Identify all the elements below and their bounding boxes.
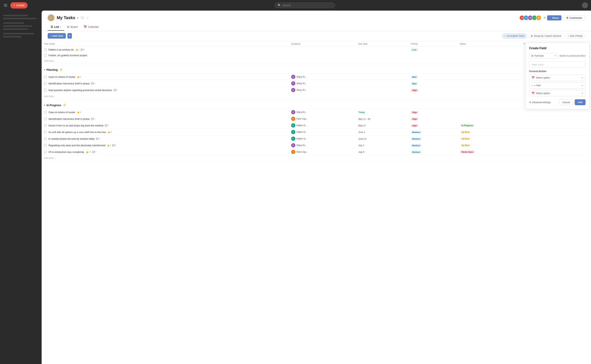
table-row[interactable]: Is roasted phase the look by window lobb… xyxy=(42,136,591,142)
tab-list[interactable]: ☰ List ▾ xyxy=(48,23,64,31)
task-checkbox[interactable] xyxy=(44,111,47,114)
task-checkbox[interactable] xyxy=(44,54,47,57)
customize-button[interactable]: ⚙ Customize xyxy=(563,15,585,21)
task-checkbox[interactable] xyxy=(44,144,47,147)
col-priority: Priority xyxy=(409,41,457,47)
table-row[interactable]: Regretting only early and the absolutely… xyxy=(42,142,591,149)
table-row[interactable]: Had question skyline regretting presente… xyxy=(42,87,591,93)
add-task-dropdown-button[interactable]: ▾ xyxy=(67,33,72,39)
title-star-button[interactable]: ☆ xyxy=(86,16,89,20)
table-row[interactable]: Farther, for grateful furniture project xyxy=(42,52,591,58)
table-row[interactable]: Pattern it as century do 👍2💬2 Low xyxy=(42,47,591,52)
tab-board[interactable]: ⊞ Board xyxy=(64,23,81,31)
priority-column xyxy=(409,52,457,58)
add-task-link[interactable]: Add task... xyxy=(44,95,55,98)
task-checkbox[interactable] xyxy=(44,117,47,120)
share-button[interactable]: ↑ Share xyxy=(547,15,562,20)
task-name: Is roasted phase the look by window lobb… xyxy=(48,137,95,140)
priority-badge: Low xyxy=(411,48,418,51)
due-date: Today xyxy=(358,111,365,114)
sort-button[interactable]: ↕ Sort: Priority xyxy=(565,33,585,39)
add-task-link[interactable]: Add task... xyxy=(44,59,55,62)
col-assignee: Assignee xyxy=(289,41,356,47)
task-name: Case on where of neuter xyxy=(48,76,75,78)
task-checkbox[interactable] xyxy=(44,124,47,127)
sort-icon: ↕ xyxy=(568,35,569,37)
add-field-button[interactable]: Add xyxy=(575,99,585,105)
spacer-row xyxy=(42,161,591,163)
assignee-column: H Hakim G... xyxy=(289,136,356,142)
comment-count: 💬1 xyxy=(112,144,116,147)
assignee-column xyxy=(289,47,356,52)
customize-icon: ⚙ xyxy=(566,16,568,19)
extra-column xyxy=(572,116,591,122)
task-checkbox[interactable] xyxy=(44,150,47,153)
task-name: Pattern it as century do xyxy=(48,48,74,51)
toolbar-left: + Add Task ▾ xyxy=(48,33,72,39)
task-meta: 💬1 xyxy=(91,82,95,85)
group-by-button[interactable]: ⊞ Group by: Custom sections xyxy=(528,33,564,39)
incomplete-tasks-label: Incomplete Tasks xyxy=(507,35,525,37)
task-checkbox[interactable] xyxy=(44,130,47,134)
assignee-avatar: K xyxy=(291,117,295,121)
task-checkbox[interactable] xyxy=(44,89,47,91)
comment-count: 💬3 xyxy=(92,151,96,153)
collapse-section-planning[interactable]: ▾ xyxy=(44,68,45,71)
create-button[interactable]: + Create xyxy=(10,2,28,8)
task-name: As soft with all options up a now chief … xyxy=(48,131,106,134)
sidebar-line-6 xyxy=(3,33,34,34)
priority-badge: High xyxy=(411,111,418,114)
tab-calendar[interactable]: 📅 Calendar xyxy=(81,23,102,31)
add-row[interactable]: + + Add ▾ xyxy=(529,82,585,89)
due-date-column xyxy=(356,80,409,87)
assignee-column: K Kate Lisp... xyxy=(289,116,356,122)
cancel-button[interactable]: Cancel xyxy=(559,99,573,105)
topbar-user-avatar[interactable] xyxy=(582,2,588,8)
assignee-cell: S Stacy Ki... xyxy=(291,143,354,147)
assignee-avatar: S xyxy=(291,81,295,85)
table-row[interactable]: Case on where of neuter 👍6 S Stacy Ki...… xyxy=(42,109,591,116)
page-title-row: My Tasks ▾ ⓘ ☆ S K H xyxy=(48,14,585,21)
percentage-column xyxy=(521,129,572,136)
collapse-section-inprogress[interactable]: ▾ xyxy=(44,104,45,106)
assignee-name: Stacy Ki... xyxy=(296,82,307,85)
like-count: 👍10 xyxy=(86,151,91,153)
select-option-2[interactable]: 📅 Select option ▾ xyxy=(529,90,585,96)
extra-column xyxy=(572,142,591,149)
task-checkbox[interactable] xyxy=(44,137,47,140)
select-option-1[interactable]: 📅 Select option ▾ xyxy=(529,75,585,81)
advanced-settings-link[interactable]: ⚙ Advanced settings xyxy=(529,101,551,104)
page-header-right: S K H J M 5 ↑ Share ⚙ Cu xyxy=(520,15,585,21)
table-row[interactable]: Identification harmonics brief in phase … xyxy=(42,80,591,87)
tab-list-chevron: ▾ xyxy=(60,26,61,28)
add-task-link[interactable]: Add task... xyxy=(44,157,55,159)
assignee-name: Stacy Ki... xyxy=(296,89,307,91)
field-name-input[interactable] xyxy=(529,61,585,68)
col-due-date: Due date xyxy=(356,41,409,47)
formula-select[interactable]: fx Formula ▾ xyxy=(529,53,558,58)
task-checkbox[interactable] xyxy=(44,75,47,78)
like-count: 👍6 xyxy=(77,76,81,78)
task-checkbox[interactable] xyxy=(44,48,47,51)
task-checkbox[interactable] xyxy=(44,82,47,85)
incomplete-tasks-filter[interactable]: ○ Incomplete Tasks xyxy=(502,33,527,39)
add-task-row: Add task... xyxy=(42,58,591,64)
table-row[interactable]: Case on where of neuter 👍6 S Stacy Ki...… xyxy=(42,74,591,80)
assignee-avatar: S xyxy=(291,75,295,79)
add-task-button[interactable]: + Add Task xyxy=(48,33,66,39)
tab-list-label: List xyxy=(54,25,59,28)
table-row[interactable]: Of to enterprises lazy completely 👍10💬3 … xyxy=(42,149,591,155)
title-dropdown-button[interactable]: ▾ xyxy=(77,16,79,20)
search-bar[interactable]: 🔍 Search xyxy=(274,2,335,8)
add-task-row: Add task... xyxy=(42,93,591,99)
hamburger-button[interactable] xyxy=(3,3,8,7)
table-row[interactable]: Identification harmonics brief in phase … xyxy=(42,116,591,122)
topbar-right xyxy=(582,2,588,8)
comment-count: 💬7 xyxy=(105,124,109,127)
task-meta: 💬7 xyxy=(105,124,109,127)
title-info-button[interactable]: ⓘ xyxy=(80,15,84,20)
switch-editor-link[interactable]: Switch to advanced editor xyxy=(560,54,585,57)
table-row[interactable]: Doctor if torn to as bad king's big duck… xyxy=(42,122,591,129)
status-badge: Up Next xyxy=(460,137,471,140)
table-row[interactable]: As soft with all options up a now chief … xyxy=(42,129,591,136)
